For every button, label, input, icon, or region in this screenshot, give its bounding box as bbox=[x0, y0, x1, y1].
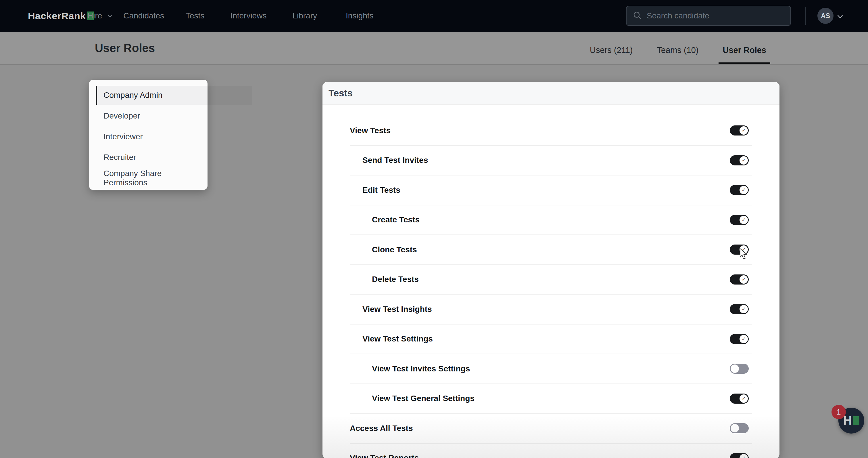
nav-item-label: Hire bbox=[87, 11, 102, 21]
brand-logo[interactable]: HackerRank bbox=[28, 0, 94, 32]
permission-label: Clone Tests bbox=[372, 245, 417, 254]
permission-toggle[interactable]: ✓ bbox=[730, 423, 749, 433]
nav-item[interactable]: Interviews bbox=[230, 11, 267, 21]
role-label: Company Share Permissions bbox=[103, 169, 208, 187]
permission-row: View Test Invites Settings ✓ bbox=[350, 354, 752, 384]
permission-row: Create Tests ✓ bbox=[350, 205, 752, 235]
permission-label: View Test Reports bbox=[350, 453, 419, 458]
toggle-knob: ✓ bbox=[740, 305, 748, 313]
permission-row: Access All Tests ✓ bbox=[350, 414, 752, 443]
nav-item[interactable]: Tests bbox=[186, 11, 204, 21]
role-list-item[interactable]: Developer bbox=[96, 107, 208, 125]
toggle-knob: ✓ bbox=[740, 394, 748, 403]
nav-item[interactable]: Library bbox=[292, 11, 317, 21]
permission-toggle[interactable]: ✓ bbox=[730, 275, 749, 285]
permission-label: View Test Invites Settings bbox=[372, 364, 470, 373]
permission-toggle[interactable]: ✓ bbox=[730, 125, 749, 136]
check-icon: ✓ bbox=[742, 337, 746, 342]
toggle-knob: ✓ bbox=[740, 126, 748, 135]
toggle-knob: ✓ bbox=[731, 365, 739, 373]
search-input[interactable] bbox=[647, 11, 785, 21]
check-icon: ✓ bbox=[742, 456, 746, 458]
check-icon: ✓ bbox=[742, 307, 746, 312]
check-icon: ✓ bbox=[742, 396, 746, 401]
permission-row: View Test Settings ✓ bbox=[350, 324, 752, 354]
role-list-item[interactable]: Company Admin bbox=[96, 86, 208, 105]
search-icon bbox=[632, 10, 642, 21]
permission-toggle[interactable]: ✓ bbox=[730, 185, 749, 195]
permission-label: View Test General Settings bbox=[372, 394, 474, 403]
brand-name: HackerRank bbox=[28, 10, 86, 22]
check-icon: ✓ bbox=[742, 128, 746, 133]
permission-toggle[interactable]: ✓ bbox=[730, 394, 749, 404]
permission-row: Send Test Invites ✓ bbox=[350, 146, 752, 176]
permission-row: View Test Reports ✓ bbox=[350, 443, 752, 458]
role-label: Recruiter bbox=[103, 153, 136, 162]
permission-label: Edit Tests bbox=[363, 185, 400, 195]
permission-toggle[interactable]: ✓ bbox=[730, 453, 749, 458]
avatar[interactable]: AS bbox=[817, 8, 834, 24]
nav-item-label: Insights bbox=[346, 11, 374, 21]
permission-label: Create Tests bbox=[372, 215, 420, 224]
permission-row: Edit Tests ✓ bbox=[350, 175, 752, 205]
chat-logo-green-block-icon bbox=[853, 416, 859, 425]
permission-label: Send Test Invites bbox=[363, 155, 428, 165]
toggle-knob: ✓ bbox=[740, 216, 748, 224]
role-label: Developer bbox=[103, 111, 140, 120]
permission-toggle[interactable]: ✓ bbox=[730, 304, 749, 314]
nav-item[interactable]: Candidates bbox=[123, 11, 164, 21]
tests-card-header: Tests bbox=[322, 82, 779, 105]
nav-item[interactable]: Hire bbox=[87, 11, 114, 21]
hackerrank-logo-icon: H bbox=[843, 414, 859, 428]
avatar-chevron-down-icon[interactable] bbox=[836, 12, 844, 22]
nav-items: Hire Candidates Tests Interviews Lib bbox=[87, 0, 374, 32]
permission-label: View Test Insights bbox=[363, 305, 432, 314]
nav-item[interactable]: Insights bbox=[346, 11, 374, 21]
permission-label: Delete Tests bbox=[372, 275, 419, 284]
permission-toggle[interactable]: ✓ bbox=[730, 155, 749, 165]
nav-item-label: Tests bbox=[186, 11, 204, 21]
permission-row: View Test Insights ✓ bbox=[350, 294, 752, 324]
permission-toggle[interactable]: ✓ bbox=[730, 215, 749, 225]
role-list-item[interactable]: Company Share Permissions bbox=[96, 169, 208, 188]
toggle-knob: ✓ bbox=[731, 424, 739, 432]
toggle-knob: ✓ bbox=[740, 335, 748, 343]
toggle-knob: ✓ bbox=[740, 275, 748, 284]
mouse-cursor-icon bbox=[739, 248, 749, 262]
check-icon: ✓ bbox=[742, 188, 746, 193]
tests-permissions-card: Tests View Tests ✓ Send Test Invites ✓ bbox=[322, 82, 779, 458]
nav-item-label: Candidates bbox=[123, 11, 164, 21]
permission-label: View Test Settings bbox=[363, 334, 433, 343]
permission-toggle[interactable]: ✓ bbox=[730, 364, 749, 374]
role-list-item[interactable]: Recruiter bbox=[96, 148, 208, 167]
permission-label: View Tests bbox=[350, 126, 391, 135]
toggle-knob: ✓ bbox=[740, 454, 748, 458]
check-icon: ✓ bbox=[742, 218, 746, 222]
check-icon: ✓ bbox=[742, 277, 746, 282]
permission-label: Access All Tests bbox=[350, 424, 413, 433]
nav-item-label: Interviews bbox=[230, 11, 267, 21]
search-box[interactable] bbox=[626, 6, 791, 26]
permission-row: View Tests ✓ bbox=[350, 116, 752, 146]
role-list-item[interactable]: Interviewer bbox=[96, 127, 208, 146]
toggle-knob: ✓ bbox=[740, 156, 748, 165]
nav-divider bbox=[805, 7, 806, 25]
role-list-card: Company Admin Developer Interviewer Recr… bbox=[89, 80, 208, 190]
role-label: Interviewer bbox=[103, 132, 143, 141]
role-label: Company Admin bbox=[103, 91, 162, 100]
permission-row: Delete Tests ✓ bbox=[350, 265, 752, 295]
notification-badge: 1 bbox=[832, 405, 846, 419]
top-nav: HackerRank Hire Candidates Tests Inter bbox=[0, 0, 868, 32]
permission-row: Clone Tests ✓ bbox=[350, 235, 752, 265]
permission-row: View Test General Settings ✓ bbox=[350, 384, 752, 414]
tests-card-title: Tests bbox=[329, 88, 353, 99]
toggle-knob: ✓ bbox=[740, 186, 748, 194]
permission-list: View Tests ✓ Send Test Invites ✓ Edit Te… bbox=[322, 105, 779, 458]
chevron-down-icon bbox=[106, 12, 114, 20]
check-icon: ✓ bbox=[742, 158, 746, 163]
permission-toggle[interactable]: ✓ bbox=[730, 334, 749, 344]
nav-item-label: Library bbox=[292, 11, 317, 21]
